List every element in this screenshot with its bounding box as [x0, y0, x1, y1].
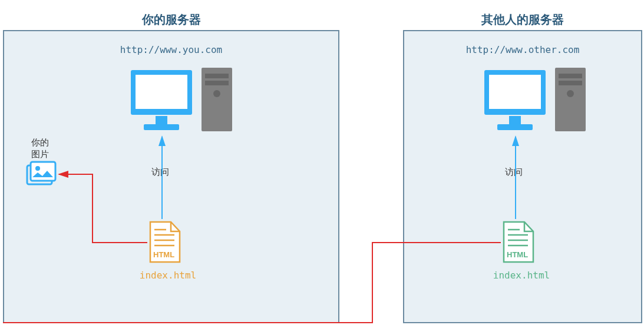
svg-text:HTML: HTML: [153, 250, 174, 259]
svg-rect-14: [559, 81, 582, 85]
index-html-label-left: index.html: [136, 270, 200, 281]
html-file-icon: HTML: [501, 221, 536, 265]
svg-rect-1: [136, 75, 187, 109]
image-icon: [24, 162, 56, 188]
your-server-url: http://www.you.com: [3, 44, 339, 55]
access-label-right: 访问: [505, 167, 523, 178]
svg-rect-6: [205, 81, 229, 85]
computer-icon: [130, 68, 236, 144]
svg-point-7: [213, 90, 220, 97]
svg-rect-2: [156, 116, 167, 124]
computer-icon: [483, 68, 589, 144]
other-server-url: http://www.other.com: [403, 44, 642, 55]
other-server-title: 其他人的服务器: [403, 12, 642, 28]
access-label-left: 访问: [151, 167, 169, 178]
svg-rect-17: [31, 162, 55, 181]
svg-rect-13: [559, 74, 582, 78]
svg-text:HTML: HTML: [507, 250, 528, 259]
your-image-label: 你的 图片: [31, 137, 49, 160]
your-server-title: 你的服务器: [3, 12, 339, 28]
svg-rect-9: [489, 75, 541, 109]
svg-point-18: [35, 166, 40, 171]
svg-rect-10: [509, 116, 521, 124]
svg-rect-11: [497, 124, 533, 130]
svg-rect-3: [144, 124, 179, 130]
svg-point-15: [567, 90, 574, 97]
svg-rect-5: [205, 74, 229, 78]
index-html-label-right: index.html: [489, 270, 554, 281]
html-file-icon: HTML: [147, 221, 183, 265]
